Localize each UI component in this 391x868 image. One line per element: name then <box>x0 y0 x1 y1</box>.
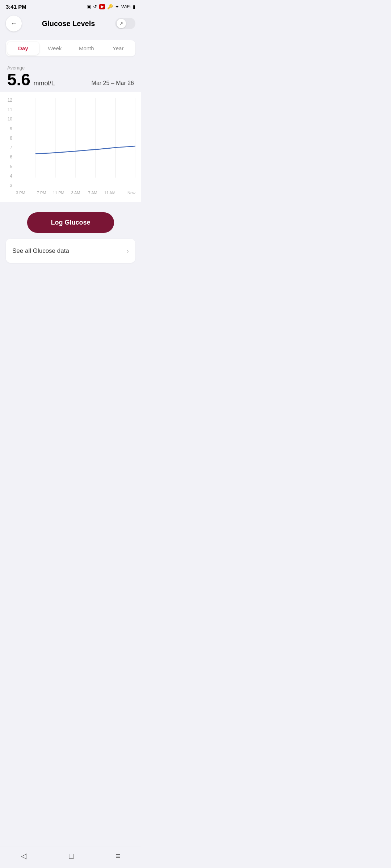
battery-icon: ▮ <box>133 4 135 9</box>
y-label-11: 11 <box>0 107 14 112</box>
key-icon: 🔑 <box>107 4 113 9</box>
page-title: Glucose Levels <box>42 20 95 28</box>
chart-svg-area: 3 PM 7 PM 11 PM 3 AM 7 AM 11 AM Now <box>16 98 135 188</box>
tab-month[interactable]: Month <box>71 42 102 55</box>
y-label-10: 10 <box>0 117 14 121</box>
y-label-12: 12 <box>0 98 14 102</box>
chart-svg <box>16 98 135 188</box>
x-label-11pm: 11 PM <box>50 191 67 201</box>
average-value: 5.6 <box>7 70 30 89</box>
see-all-text: See all Glucose data <box>12 247 69 255</box>
average-value-group: 5.6 mmol/L <box>7 71 55 88</box>
y-label-6: 6 <box>0 155 14 159</box>
tab-week[interactable]: Week <box>39 42 71 55</box>
x-label-3pm: 3 PM <box>16 191 33 201</box>
status-bar: 3:41 PM ▣ ↺ ▶ 🔑 ✦ WiFi ▮ <box>0 0 141 12</box>
y-label-8: 8 <box>0 136 14 140</box>
back-arrow-icon: ← <box>10 20 17 27</box>
y-axis: 3 4 5 6 7 8 9 10 11 12 <box>0 98 14 188</box>
chart-inner: 3 4 5 6 7 8 9 10 11 12 <box>0 98 141 199</box>
glucose-chart: 3 4 5 6 7 8 9 10 11 12 <box>0 92 141 202</box>
x-label-3am: 3 AM <box>67 191 84 201</box>
x-axis: 3 PM 7 PM 11 PM 3 AM 7 AM 11 AM Now <box>16 189 135 201</box>
see-all-card[interactable]: See all Glucose data › <box>6 239 135 263</box>
status-time: 3:41 PM <box>6 4 26 10</box>
camera-red-icon: ▶ <box>99 4 105 9</box>
average-label: Average <box>7 65 134 71</box>
wifi-icon: WiFi <box>121 4 131 9</box>
log-glucose-button[interactable]: Log Glucose <box>27 212 114 233</box>
video-icon: ▣ <box>87 4 91 9</box>
average-section: Average 5.6 mmol/L Mar 25 – Mar 26 <box>0 62 141 92</box>
time-period-tabs: Day Week Month Year <box>6 40 135 56</box>
trend-icon: ↗ <box>117 19 126 28</box>
chart-toggle-button[interactable]: ↗ <box>115 18 135 29</box>
back-button[interactable]: ← <box>6 16 22 31</box>
y-label-3: 3 <box>0 183 14 188</box>
status-icons: ▣ ↺ ▶ 🔑 ✦ WiFi ▮ <box>87 4 135 9</box>
tab-year[interactable]: Year <box>102 42 134 55</box>
log-section: Log Glucose <box>0 202 141 239</box>
header: ← Glucose Levels ↗ <box>0 12 141 37</box>
x-label-7pm: 7 PM <box>33 191 50 201</box>
tab-day[interactable]: Day <box>7 42 39 55</box>
average-row: 5.6 mmol/L Mar 25 – Mar 26 <box>7 71 134 88</box>
route-icon: ↺ <box>93 4 97 9</box>
y-label-4: 4 <box>0 174 14 178</box>
chevron-right-icon: › <box>126 247 129 255</box>
average-unit: mmol/L <box>33 80 55 87</box>
bluetooth-icon: ✦ <box>115 4 119 9</box>
y-label-5: 5 <box>0 165 14 169</box>
x-label-now: Now <box>118 191 135 201</box>
y-label-9: 9 <box>0 127 14 131</box>
y-label-7: 7 <box>0 145 14 150</box>
x-label-7am: 7 AM <box>84 191 101 201</box>
x-label-11am: 11 AM <box>101 191 118 201</box>
date-range: Mar 25 – Mar 26 <box>92 80 134 88</box>
